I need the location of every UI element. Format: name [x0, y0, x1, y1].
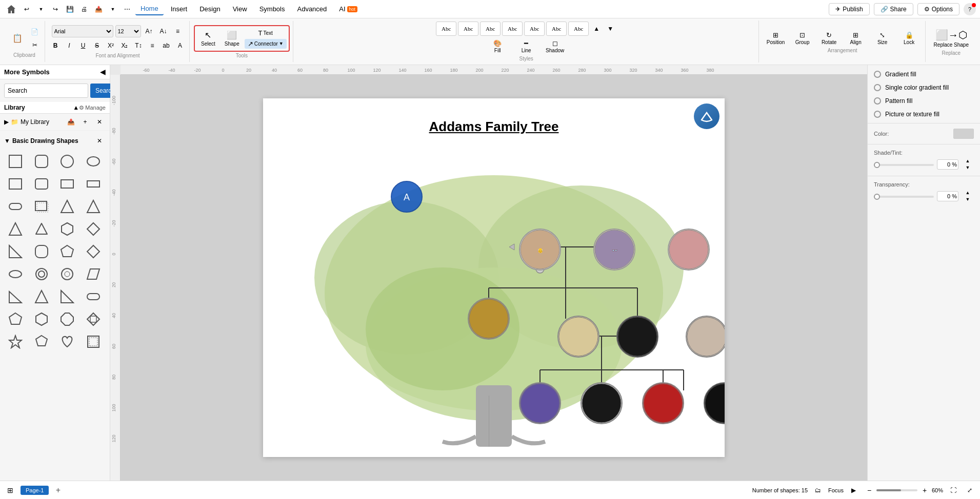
shape-rect-border[interactable]: [82, 331, 105, 352]
options-button[interactable]: ⚙ Options: [917, 3, 959, 15]
single-gradient-option[interactable]: Single color gradient fill: [868, 81, 980, 94]
home-icon[interactable]: [4, 2, 18, 16]
font-family-select[interactable]: Arial: [52, 25, 113, 37]
style-swatch-4[interactable]: Abc: [502, 22, 523, 36]
shape-rect-4[interactable]: [82, 174, 105, 194]
underline-btn[interactable]: U: [77, 39, 89, 52]
export-dropdown[interactable]: ▼: [107, 3, 119, 15]
shape-pentagon-2[interactable]: [4, 309, 27, 329]
align-btn[interactable]: ≡: [172, 25, 184, 37]
font-color-btn[interactable]: A: [174, 39, 186, 52]
shape-triangle[interactable]: [56, 196, 78, 217]
undo-btn[interactable]: ↩: [21, 3, 33, 15]
zoom-in-btn[interactable]: +: [919, 485, 930, 495]
shape-star[interactable]: [4, 331, 27, 352]
gradient-fill-radio[interactable]: [874, 71, 881, 78]
copy-btn[interactable]: 📄: [29, 26, 41, 38]
transparency-slider[interactable]: [874, 195, 934, 198]
shape-square-2[interactable]: [4, 174, 27, 194]
close-library-btn[interactable]: ✕: [93, 116, 106, 128]
menu-symbols[interactable]: Symbols: [254, 3, 290, 15]
shape-stadium[interactable]: [4, 196, 27, 217]
shape-ring[interactable]: [30, 264, 53, 284]
shape-rounded-rect[interactable]: [30, 151, 53, 172]
superscript-btn[interactable]: X²: [105, 39, 117, 52]
transparency-up-btn[interactable]: ▲: [962, 190, 974, 196]
single-gradient-radio[interactable]: [874, 84, 881, 91]
search-input[interactable]: [4, 84, 88, 98]
style-swatch-1[interactable]: Abc: [436, 22, 456, 36]
shade-value-input[interactable]: [937, 159, 958, 170]
gradient-fill-option[interactable]: Gradient fill: [868, 68, 980, 81]
style-swatch-6[interactable]: Abc: [546, 22, 567, 36]
shape-triangle-5[interactable]: [4, 286, 27, 307]
cut-btn[interactable]: ✂: [29, 39, 41, 51]
styles-scroll-up[interactable]: ▲: [590, 23, 603, 35]
undo-dropdown[interactable]: ▼: [35, 3, 47, 15]
shadow-btn[interactable]: ◻ Shadow: [542, 38, 568, 55]
shape-square[interactable]: [4, 151, 27, 172]
shape-triangle-right[interactable]: [82, 196, 105, 217]
shape-ellipse[interactable]: [82, 151, 105, 172]
menu-insert[interactable]: Insert: [166, 3, 193, 15]
shape-pentagon-3[interactable]: [30, 331, 53, 352]
subscript-btn[interactable]: X₂: [118, 39, 131, 52]
select-btn[interactable]: ↖ Select: [197, 29, 219, 48]
menu-design[interactable]: Design: [194, 3, 225, 15]
menu-ai[interactable]: AI hot: [334, 3, 363, 15]
shape-triangle-7[interactable]: [56, 286, 78, 307]
add-page-btn[interactable]: +: [53, 485, 63, 495]
shape-diamond-3[interactable]: [82, 309, 105, 329]
print-btn[interactable]: 🖨: [78, 3, 90, 15]
shape-octagon[interactable]: [56, 309, 78, 329]
share-button[interactable]: 🔗 Share: [874, 3, 913, 15]
map-btn[interactable]: ⊞: [4, 484, 16, 496]
shape-parallelogram[interactable]: [82, 264, 105, 284]
layers-btn[interactable]: 🗂: [812, 484, 824, 496]
style-swatch-5[interactable]: Abc: [524, 22, 545, 36]
shape-rounded-rect-2[interactable]: [30, 174, 53, 194]
style-swatch-3[interactable]: Abc: [480, 22, 501, 36]
zoom-slider[interactable]: [876, 489, 917, 491]
pattern-fill-radio[interactable]: [874, 97, 881, 105]
shade-down-btn[interactable]: ▼: [962, 164, 974, 171]
shape-rounded-triangle[interactable]: [30, 219, 53, 239]
shape-btn[interactable]: ⬜ Shape: [221, 29, 244, 48]
help-button[interactable]: ?: [964, 3, 976, 15]
sidebar-collapse-btn[interactable]: ◀: [100, 68, 106, 76]
picture-fill-radio[interactable]: [874, 111, 881, 118]
shape-triangle-3[interactable]: [4, 219, 27, 239]
shape-hexagon-2[interactable]: [30, 309, 53, 329]
canvas[interactable]: Addams Family Tree: [121, 75, 867, 481]
page-tab[interactable]: Page-1: [21, 486, 49, 495]
shape-hexagon[interactable]: [56, 219, 78, 239]
lock-btn[interactable]: 🔒 Lock: [896, 30, 922, 47]
more-btn[interactable]: ⋯: [121, 3, 133, 15]
shape-circle[interactable]: [56, 151, 78, 172]
shade-up-btn[interactable]: ▲: [962, 158, 974, 164]
canvas-page[interactable]: Addams Family Tree: [263, 98, 725, 457]
shape-rect-3[interactable]: [56, 174, 78, 194]
add-new-btn[interactable]: +: [79, 116, 91, 128]
italic-btn[interactable]: I: [63, 39, 75, 52]
publish-button[interactable]: ✈ Publish: [829, 3, 869, 15]
close-shapes-btn[interactable]: ✕: [93, 135, 106, 147]
picture-fill-option[interactable]: Picture or texture fill: [868, 108, 980, 121]
manage-btn[interactable]: ⚙ Manage: [79, 105, 106, 111]
shape-diamond[interactable]: [82, 219, 105, 239]
color-picker-btn[interactable]: [953, 129, 974, 139]
menu-home[interactable]: Home: [135, 3, 164, 15]
shape-diamond-2[interactable]: [82, 241, 105, 262]
font-size-select[interactable]: 12: [115, 25, 141, 37]
shape-rounded-square[interactable]: [30, 241, 53, 262]
shape-oval[interactable]: [4, 264, 27, 284]
shape-triangle-4[interactable]: [4, 241, 27, 262]
strikethrough-btn[interactable]: S: [91, 39, 103, 52]
line-btn[interactable]: ━ Line: [513, 38, 539, 55]
size-btn[interactable]: ⤡ Size: [870, 30, 895, 47]
style-swatch-2[interactable]: Abc: [458, 22, 478, 36]
menu-view[interactable]: View: [228, 3, 252, 15]
bold-btn[interactable]: B: [49, 39, 62, 52]
add-library-btn[interactable]: 📤: [65, 116, 77, 128]
style-swatch-7[interactable]: Abc: [568, 22, 589, 36]
